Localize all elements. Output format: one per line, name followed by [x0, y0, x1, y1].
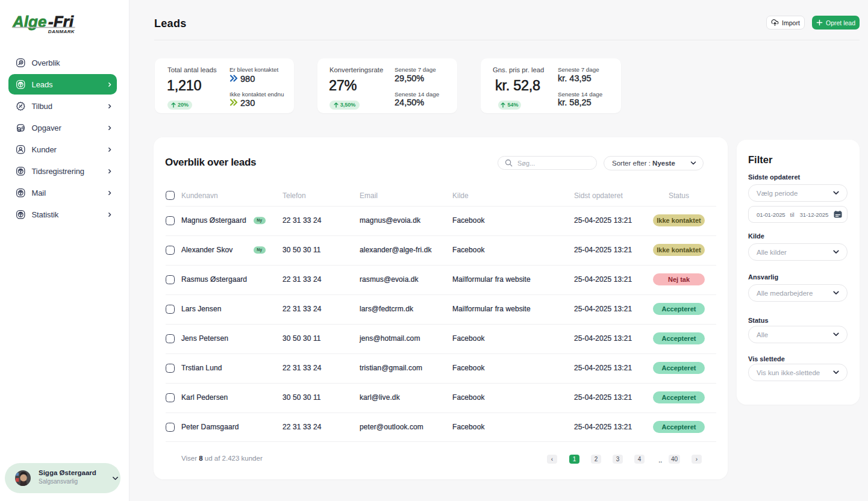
svg-text:Alge: Alge [12, 13, 46, 31]
svg-text:DANMARK: DANMARK [48, 29, 75, 34]
svg-text:-Fri: -Fri [48, 13, 74, 31]
